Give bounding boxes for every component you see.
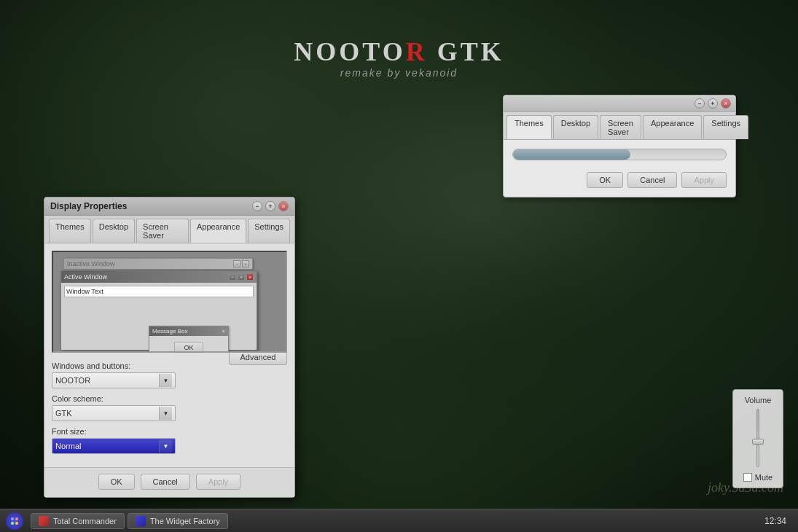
close-button[interactable]: × [721,98,731,109]
minimize-button[interactable]: − [695,98,705,109]
main-close-button[interactable]: × [278,201,289,211]
font-select-arrow-icon: ▼ [159,439,172,453]
cancel-button-small[interactable]: Cancel [627,172,677,188]
preview-text-area: Window Text [64,286,254,297]
tab-appearance-main[interactable]: Appearance [190,219,246,243]
tab-appearance-small[interactable]: Appearance [643,115,702,139]
main-apply-button[interactable]: Apply [196,474,241,490]
prev-min2: − [229,273,236,281]
preview-inactive-window: Inactive Window − + [63,258,253,270]
nootor-text: NOOTO [294,37,405,66]
inactive-window-label: Inactive Window [67,260,115,267]
main-ok-button[interactable]: OK [98,474,135,490]
small-themes-dialog: − + × Themes Desktop Screen Saver Appear… [503,95,736,197]
small-dialog-content: OK Cancel Apply [504,140,735,197]
prev-msgbox-close: × [222,328,225,335]
app-subtitle: remake by vekanoid [294,67,504,79]
progress-bar-container [512,149,727,160]
main-dialog-buttons: OK Cancel Apply [44,467,294,497]
main-cancel-button[interactable]: Cancel [141,474,190,490]
main-dialog-titlebar: Display Properties − + × [44,197,294,216]
volume-label: Volume [738,396,778,404]
red-r: R [406,37,428,66]
taskbar-clock: 12:34 [759,516,792,526]
preview-active-titlebar: Active Window − + × [61,271,257,283]
mute-checkbox[interactable] [743,473,752,482]
widget-factory-icon [136,516,146,526]
active-title-buttons: − + × [229,273,254,281]
preview-msgbox-body: OK [149,336,228,353]
display-properties-dialog: Display Properties − + × Themes Desktop … [44,197,295,498]
taskbar: Total Commander The Widget Factory 12:34 [0,509,798,532]
preview-active-window: Active Window − + × Window Text [60,270,257,351]
maximize-button[interactable]: + [708,98,718,109]
form-and-buttons: Effects... Advanced Windows and buttons:… [52,361,287,460]
apply-button-small[interactable]: Apply [681,172,727,188]
main-maximize-button[interactable]: + [265,201,275,211]
font-size-row: Font size: Normal ▼ [52,427,287,454]
select-arrow-icon: ▼ [159,374,172,387]
main-dialog-tabs: Themes Desktop Screen Saver Appearance S… [44,216,294,243]
color-scheme-label: Color scheme: [52,394,287,403]
tab-settings-main[interactable]: Settings [248,219,290,243]
prev-min: − [233,260,240,267]
mute-row: Mute [738,473,778,482]
start-button[interactable] [6,512,23,530]
desktop-title: NOOTOR GTK remake by vekanoid [294,36,504,79]
font-size-select[interactable]: Normal ▼ [52,438,176,454]
mute-label: Mute [755,473,772,482]
small-dialog-tabs: Themes Desktop Screen Saver Appearance S… [504,112,735,140]
total-commander-icon [39,516,49,526]
volume-widget: Volume Mute [732,389,783,488]
widget-factory-label: The Widget Factory [150,517,220,525]
tab-desktop-small[interactable]: Desktop [553,115,598,139]
prev-close2: × [246,273,254,281]
color-scheme-select[interactable]: GTK ▼ [52,405,176,421]
tab-screensaver-small[interactable]: Screen Saver [600,115,641,139]
tab-themes-small[interactable]: Themes [506,115,552,139]
svg-point-2 [11,522,14,525]
preview-message-box: Message Box × OK [149,326,229,353]
tab-themes-main[interactable]: Themes [49,219,91,243]
preview-msgbox-ok: OK [174,342,203,353]
taskbar-app-widget-factory[interactable]: The Widget Factory [128,513,228,529]
tab-screensaver-main[interactable]: Screen Saver [136,219,189,243]
prev-max: + [242,260,249,267]
active-window-label: Active Window [64,273,107,281]
small-dialog-titlebar: − + × [504,95,735,112]
taskbar-app-total-commander[interactable]: Total Commander [31,513,125,529]
gtk-text: GTK [437,37,504,66]
main-title-buttons: − + × [252,201,289,211]
main-dialog-content: Inactive Window − + Active Window − + × [44,243,294,467]
prev-max2: + [238,273,245,281]
app-title: NOOTOR GTK [294,36,504,67]
svg-point-1 [15,517,18,520]
ok-button-small[interactable]: OK [587,172,623,188]
color-select-arrow-icon: ▼ [159,407,172,420]
taskbar-apps: Total Commander The Widget Factory [31,513,759,529]
volume-thumb[interactable] [752,439,764,445]
main-minimize-button[interactable]: − [252,201,262,211]
main-dialog-title: Display Properties [50,201,127,211]
color-scheme-row: Color scheme: GTK ▼ [52,394,287,421]
inactive-title-buttons: − + [233,260,249,267]
preview-inactive-titlebar: Inactive Window − + [64,259,252,269]
windows-buttons-select[interactable]: NOOTOR ▼ [52,372,176,388]
tab-settings-small[interactable]: Settings [703,115,748,139]
progress-bar-fill [513,149,630,160]
preview-active-body: Window Text Message Box × OK [61,286,257,350]
tab-desktop-main[interactable]: Desktop [93,219,135,243]
preview-area: Inactive Window − + Active Window − + × [52,251,287,353]
svg-point-0 [11,517,14,520]
total-commander-label: Total Commander [53,517,117,525]
volume-track[interactable] [756,409,759,467]
small-dialog-buttons: OK Cancel Apply [512,172,727,188]
windows-buttons-row: Windows and buttons: NOOTOR ▼ [52,361,287,388]
preview-msgbox-titlebar: Message Box × [149,326,228,336]
font-size-label: Font size: [52,427,287,436]
svg-point-3 [15,522,18,525]
